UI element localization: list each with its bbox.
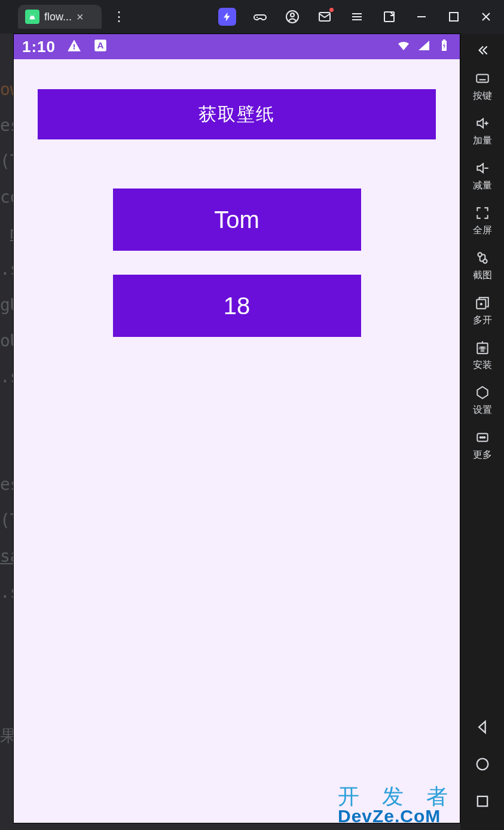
collapse-sidebar-button[interactable] bbox=[460, 38, 504, 62]
sidebar-label: 设置 bbox=[473, 404, 492, 416]
tab-menu-button[interactable]: ⋮ bbox=[112, 9, 126, 25]
svg-marker-11 bbox=[477, 387, 487, 399]
svg-rect-5 bbox=[476, 75, 488, 83]
name-card: Tom bbox=[113, 189, 361, 251]
tab-title: flow... bbox=[44, 11, 72, 23]
sidebar-label: 加量 bbox=[473, 135, 492, 147]
tab-close-button[interactable]: × bbox=[77, 10, 84, 24]
svg-text:APK: APK bbox=[478, 346, 487, 350]
svg-point-13 bbox=[479, 437, 481, 438]
sidebar-item-voldown[interactable]: 减量 bbox=[460, 154, 504, 197]
nav-back-button[interactable] bbox=[474, 719, 491, 738]
emulator-sidebar: 按键 加量 减量 全屏 截图 多开 APK 安装 设置 更多 bbox=[460, 34, 504, 830]
sidebar-item-settings[interactable]: 设置 bbox=[460, 379, 504, 421]
svg-point-6 bbox=[478, 253, 482, 257]
svg-point-1 bbox=[291, 13, 294, 17]
sidebar-item-install[interactable]: APK 安装 bbox=[460, 334, 504, 376]
menu-icon[interactable] bbox=[349, 8, 365, 25]
nav-home-button[interactable] bbox=[474, 756, 491, 775]
gamepad-icon[interactable] bbox=[252, 8, 268, 25]
svg-text:A: A bbox=[97, 40, 104, 50]
bolt-icon[interactable] bbox=[218, 8, 236, 26]
sidebar-label: 多开 bbox=[473, 314, 492, 327]
mail-icon[interactable] bbox=[316, 8, 333, 25]
status-time: 1:10 bbox=[22, 38, 56, 56]
svg-rect-4 bbox=[450, 13, 458, 21]
sidebar-label: 按键 bbox=[473, 90, 492, 102]
wifi-icon bbox=[396, 38, 411, 55]
svg-point-14 bbox=[481, 437, 482, 438]
window-titlebar: flow... × ⋮ bbox=[0, 0, 504, 34]
sidebar-label: 安装 bbox=[473, 359, 492, 372]
input-method-icon: A bbox=[93, 38, 108, 56]
title-actions bbox=[218, 8, 504, 26]
signal-icon bbox=[417, 38, 431, 55]
android-nav-buttons bbox=[460, 719, 504, 830]
svg-rect-17 bbox=[477, 796, 487, 806]
battery-icon bbox=[437, 38, 451, 55]
android-icon bbox=[25, 10, 39, 24]
android-statusbar: 1:10 A bbox=[14, 34, 460, 59]
svg-point-16 bbox=[476, 759, 488, 770]
account-icon[interactable] bbox=[284, 8, 301, 25]
sidebar-label: 全屏 bbox=[473, 224, 492, 237]
sidebar-item-volup[interactable]: 加量 bbox=[460, 110, 504, 152]
maximize-icon[interactable] bbox=[445, 8, 462, 25]
sidebar-item-screenshot[interactable]: 截图 bbox=[460, 244, 504, 287]
notification-dot bbox=[329, 8, 334, 12]
svg-rect-21 bbox=[443, 39, 445, 41]
browser-tab[interactable]: flow... × bbox=[18, 5, 102, 29]
sidebar-label: 更多 bbox=[473, 449, 492, 461]
close-icon[interactable] bbox=[478, 8, 494, 25]
sidebar-item-keys[interactable]: 按键 bbox=[460, 65, 504, 107]
sidebar-label: 减量 bbox=[473, 180, 492, 192]
svg-point-15 bbox=[484, 437, 485, 438]
emulator-screen: 1:10 A 获取壁纸 Tom 18 bbox=[13, 34, 460, 823]
nav-recent-button[interactable] bbox=[474, 793, 491, 812]
sidebar-label: 截图 bbox=[473, 269, 492, 282]
sidebar-item-more[interactable]: 更多 bbox=[460, 424, 504, 466]
popout-icon[interactable] bbox=[381, 8, 398, 25]
age-card: 18 bbox=[113, 275, 361, 337]
warning-icon bbox=[66, 38, 82, 56]
sidebar-item-multi[interactable]: 多开 bbox=[460, 289, 504, 332]
svg-point-7 bbox=[483, 259, 487, 263]
sidebar-item-fullscreen[interactable]: 全屏 bbox=[460, 199, 504, 242]
minimize-icon[interactable] bbox=[413, 8, 430, 25]
app-body: 获取壁纸 Tom 18 bbox=[14, 59, 460, 823]
get-wallpaper-button[interactable]: 获取壁纸 bbox=[38, 89, 436, 139]
